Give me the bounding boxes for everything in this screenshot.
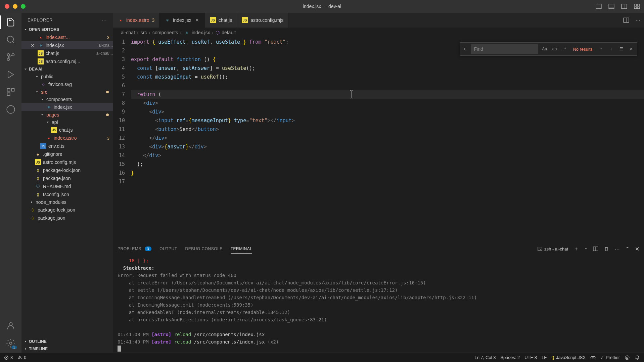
breadcrumb-item[interactable]: src bbox=[141, 30, 147, 35]
folder-src[interactable]: src bbox=[21, 88, 113, 96]
status-language[interactable]: {} JavaScript JSX bbox=[551, 355, 586, 360]
folder-pages[interactable]: pages bbox=[21, 111, 113, 119]
prev-match-icon[interactable]: ↑ bbox=[597, 45, 605, 53]
regex-button[interactable]: .* bbox=[561, 45, 568, 53]
sidebar-more-icon[interactable]: ⋯ bbox=[101, 17, 107, 23]
edge-activity[interactable] bbox=[5, 104, 16, 115]
breadcrumb-item[interactable]: index.jsx bbox=[192, 30, 210, 35]
status-tabnine-icon[interactable] bbox=[590, 355, 596, 360]
file-package-lock-root[interactable]: {} package-lock.json bbox=[21, 206, 113, 214]
folder-components[interactable]: components bbox=[21, 96, 113, 103]
tab-index-astro[interactable]: 🔺 index.astro 3 bbox=[113, 13, 159, 28]
settings-activity[interactable]: 1 bbox=[5, 338, 16, 349]
breadcrumb-item[interactable]: components bbox=[152, 30, 178, 35]
tab-astro-config[interactable]: JS astro.config.mjs bbox=[237, 13, 288, 28]
account-activity[interactable] bbox=[5, 320, 16, 331]
status-encoding[interactable]: UTF-8 bbox=[524, 355, 537, 360]
find-input[interactable] bbox=[471, 44, 538, 54]
status-bell-icon[interactable] bbox=[635, 355, 640, 360]
open-editor-item[interactable]: 🔺 index.astr... 3 bbox=[21, 33, 113, 41]
outline-section[interactable]: OUTLINE bbox=[21, 338, 113, 345]
open-editor-item[interactable]: ✕ ⚛ index.jsx ai-cha... bbox=[21, 41, 113, 49]
svg-point-31 bbox=[20, 358, 20, 359]
status-feedback-icon[interactable] bbox=[625, 355, 630, 360]
source-control-activity[interactable] bbox=[5, 52, 16, 62]
maximize-panel-icon[interactable]: ⌃ bbox=[625, 246, 630, 252]
match-case-button[interactable]: Aa bbox=[541, 45, 548, 53]
output-tab[interactable]: OUTPUT bbox=[159, 244, 177, 253]
find-in-selection-icon[interactable]: ☰ bbox=[617, 45, 625, 53]
file-package-lock[interactable]: {} package-lock.json bbox=[21, 166, 113, 174]
explorer-activity[interactable] bbox=[5, 17, 16, 28]
breadcrumbs[interactable]: ai-chat› src› components› ⚛ index.jsx› ⬡… bbox=[113, 28, 644, 38]
customize-layout-icon[interactable] bbox=[634, 3, 640, 9]
close-panel-icon[interactable]: ✕ bbox=[635, 246, 639, 252]
status-warnings[interactable]: 0 bbox=[17, 355, 26, 360]
close-window-button[interactable] bbox=[5, 4, 9, 9]
status-cursor-position[interactable]: Ln 7, Col 3 bbox=[475, 355, 496, 360]
debug-activity[interactable] bbox=[5, 69, 16, 80]
open-editor-item[interactable]: JS astro.config.mj... bbox=[21, 57, 113, 65]
status-prettier[interactable]: ✓ Prettier bbox=[600, 355, 620, 360]
file-index-jsx[interactable]: ⚛ index.jsx bbox=[21, 103, 113, 111]
file-readme[interactable]: ⓘ README.md bbox=[21, 182, 113, 190]
folder-api[interactable]: api bbox=[21, 119, 113, 126]
tab-close-icon[interactable]: ✕ bbox=[194, 17, 200, 23]
file-astro-config[interactable]: JS astro.config.mjs bbox=[21, 158, 113, 166]
terminal-tab[interactable]: TERMINAL bbox=[231, 244, 252, 254]
line-numbers: 1234567891011121314151617 bbox=[113, 38, 131, 242]
find-expand-icon[interactable] bbox=[462, 43, 468, 55]
terminal-dropdown-icon[interactable] bbox=[584, 247, 588, 251]
file-index-astro[interactable]: 🔺 index.astro 3 bbox=[21, 134, 113, 142]
folder-public[interactable]: public bbox=[21, 73, 113, 80]
json-icon: {} bbox=[35, 175, 41, 181]
breadcrumb-item[interactable]: default bbox=[222, 30, 236, 35]
terminal-name[interactable]: zsh - ai-chat bbox=[538, 246, 568, 252]
status-eol[interactable]: LF bbox=[542, 355, 547, 360]
close-find-icon[interactable]: ✕ bbox=[628, 45, 635, 53]
split-terminal-icon[interactable] bbox=[593, 246, 598, 252]
tab-chat-js[interactable]: JS chat.js bbox=[205, 13, 237, 28]
breadcrumb-item[interactable]: ai-chat bbox=[121, 30, 135, 35]
svg-marker-15 bbox=[8, 71, 13, 78]
file-gitignore[interactable]: ◆ .gitignore bbox=[21, 150, 113, 158]
open-editor-item[interactable]: JS chat.js ai-chat/... bbox=[21, 49, 113, 57]
kill-terminal-icon[interactable] bbox=[604, 246, 609, 252]
match-word-button[interactable]: ab bbox=[551, 45, 558, 53]
project-section[interactable]: DEV-AI bbox=[21, 65, 113, 73]
split-editor-icon[interactable] bbox=[623, 17, 629, 23]
folder-node-modules[interactable]: node_modules bbox=[21, 198, 113, 206]
file-package-json[interactable]: {} package.json bbox=[21, 174, 113, 182]
search-activity[interactable] bbox=[5, 34, 16, 45]
toggle-panel-icon[interactable] bbox=[596, 3, 602, 9]
toggle-bottom-icon[interactable] bbox=[608, 3, 614, 9]
debug-console-tab[interactable]: DEBUG CONSOLE bbox=[185, 244, 223, 253]
json-icon: {} bbox=[30, 207, 36, 213]
svg-point-10 bbox=[7, 36, 14, 43]
more-actions-icon[interactable]: ⋯ bbox=[635, 17, 641, 24]
code-editor[interactable]: 1234567891011121314151617 import { useEf… bbox=[113, 38, 644, 242]
timeline-section[interactable]: TIMELINE bbox=[21, 345, 113, 353]
next-match-icon[interactable]: ↓ bbox=[607, 45, 615, 53]
minimize-window-button[interactable] bbox=[13, 4, 17, 9]
close-editor-icon[interactable]: ✕ bbox=[30, 43, 36, 48]
toggle-right-icon[interactable] bbox=[621, 3, 627, 9]
open-editors-section[interactable]: OPEN EDITORS bbox=[21, 26, 113, 33]
file-chat-js[interactable]: JS chat.js bbox=[21, 126, 113, 134]
terminal-output[interactable]: 18 | }; Stacktrace:Error: Request failed… bbox=[113, 256, 644, 353]
file-favicon[interactable]: ◇ favicon.svg bbox=[21, 80, 113, 88]
status-errors[interactable]: 3 bbox=[4, 355, 13, 360]
panel-more-icon[interactable]: ⋯ bbox=[614, 246, 620, 252]
outline-label: OUTLINE bbox=[29, 339, 47, 344]
file-tsconfig[interactable]: {} tsconfig.json bbox=[21, 190, 113, 198]
extensions-activity[interactable] bbox=[5, 87, 16, 97]
maximize-window-button[interactable] bbox=[21, 4, 26, 9]
panel-tabs: PROBLEMS 3 OUTPUT DEBUG CONSOLE TERMINAL… bbox=[113, 242, 644, 256]
status-indentation[interactable]: Spaces: 2 bbox=[500, 355, 520, 360]
tab-index-jsx[interactable]: ⚛ index.jsx ✕ bbox=[159, 13, 205, 28]
problems-tab[interactable]: PROBLEMS 3 bbox=[118, 244, 151, 253]
code-content[interactable]: import { useEffect, useRef, useState } f… bbox=[131, 38, 644, 242]
new-terminal-icon[interactable]: ＋ bbox=[573, 245, 579, 253]
file-package-json-root[interactable]: {} package.json bbox=[21, 214, 113, 222]
file-env-dts[interactable]: TS env.d.ts bbox=[21, 142, 113, 150]
